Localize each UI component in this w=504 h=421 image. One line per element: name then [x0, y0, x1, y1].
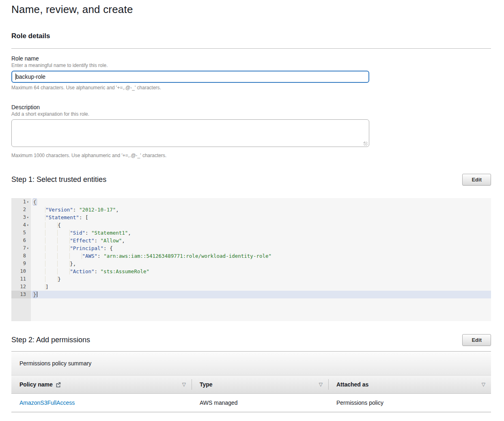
fold-caret-icon[interactable]: ▾ [26, 244, 30, 252]
step1-header-row: Step 1: Select trusted entities Edit [11, 174, 491, 186]
description-field-wrap [11, 119, 369, 149]
fold-caret-icon[interactable]: ▾ [26, 214, 30, 221]
description-hint: Add a short explanation for this role. [11, 111, 491, 117]
code-line-11[interactable]: 11 } [11, 275, 491, 283]
role-details-heading: Role details [11, 32, 491, 40]
description-label: Description [11, 104, 491, 110]
fold-caret-icon[interactable]: ▾ [26, 221, 30, 229]
code-text: { [31, 221, 61, 229]
code-line-2[interactable]: 2 "Version": "2012-10-17", [11, 206, 491, 214]
code-line-4[interactable]: 4▾ { [11, 221, 491, 229]
code-line-9[interactable]: 9 }, [11, 260, 491, 268]
step2-heading: Step 2: Add permissions [11, 336, 90, 344]
description-constraint: Maximum 1000 characters. Use alphanumeri… [11, 153, 491, 158]
code-line-5[interactable]: 5 "Sid": "Statement1", [11, 229, 491, 237]
step2-header-row: Step 2: Add permissions Edit [11, 334, 491, 346]
line-number: 12 [11, 283, 31, 291]
code-line-8[interactable]: 8 "AWS": "arn:aws:iam::541263489771:role… [11, 252, 491, 260]
resize-grip-icon[interactable] [364, 142, 368, 146]
code-text: { [31, 198, 37, 206]
code-text: "Statement": [ [31, 214, 88, 221]
role-name-label: Role name [11, 55, 491, 62]
role-name-field-wrap [11, 71, 369, 83]
text-cursor [15, 73, 16, 80]
permissions-summary-panel: Permissions policy summary Policy name ▽… [11, 352, 491, 412]
column-header-type[interactable]: Type ▽ [192, 376, 328, 393]
code-text: } [31, 291, 37, 298]
name-review-create-page: Name, review, and create Role details Ro… [0, 3, 504, 412]
code-text: } [31, 275, 61, 283]
code-text: "Action": "sts:AssumeRole" [31, 268, 149, 275]
role-name-hint: Enter a meaningful name to identify this… [11, 63, 491, 68]
sort-dropdown-icon[interactable]: ▽ [482, 382, 485, 387]
column-header-policy-name[interactable]: Policy name ▽ [11, 376, 192, 393]
code-text: }, [31, 260, 76, 268]
policy-link[interactable]: AmazonS3FullAccess [19, 399, 75, 406]
line-number: 5 [11, 229, 31, 237]
text-cursor [37, 291, 37, 297]
external-link-icon [56, 382, 61, 387]
step1-heading: Step 1: Select trusted entities [11, 175, 106, 184]
policy-json-editor[interactable]: 1▾{2 "Version": "2012-10-17",3▾ "Stateme… [11, 198, 491, 321]
permissions-panel-header: Permissions policy summary [11, 352, 491, 376]
line-number: 1▾ [11, 198, 31, 206]
role-name-input[interactable] [11, 71, 369, 83]
editor-code-lines: 1▾{2 "Version": "2012-10-17",3▾ "Stateme… [11, 198, 491, 298]
table-row: AmazonS3FullAccess AWS managed Permissio… [11, 394, 491, 412]
sort-dropdown-icon[interactable]: ▽ [319, 382, 323, 387]
section-divider [11, 48, 491, 49]
policy-name-cell: AmazonS3FullAccess [11, 394, 192, 412]
code-text: "Sid": "Statement1", [31, 229, 131, 237]
code-line-10[interactable]: 10 "Action": "sts:AssumeRole" [11, 268, 491, 275]
policy-table-header: Policy name ▽ Type ▽ Attached as ▽ [11, 376, 491, 394]
line-number: 8 [11, 252, 31, 260]
code-text: "Version": "2012-10-17", [31, 206, 119, 214]
line-number: 11 [11, 275, 31, 283]
description-textarea[interactable] [11, 119, 369, 147]
step1-edit-button[interactable]: Edit [462, 174, 491, 186]
line-number: 10 [11, 268, 31, 275]
fold-caret-icon[interactable]: ▾ [26, 198, 30, 206]
permissions-panel-title: Permissions policy summary [19, 360, 91, 367]
code-line-1[interactable]: 1▾{ [11, 198, 491, 206]
line-number: 4▾ [11, 221, 31, 229]
role-name-constraint: Maximum 64 characters. Use alphanumeric … [11, 85, 491, 91]
attached-as-cell: Permissions policy [328, 394, 491, 412]
sort-dropdown-icon[interactable]: ▽ [182, 382, 186, 387]
policy-type-cell: AWS managed [192, 394, 328, 412]
line-number: 3▾ [11, 214, 31, 221]
line-number: 6 [11, 237, 31, 244]
code-line-6[interactable]: 6 "Effect": "Allow", [11, 237, 491, 244]
code-line-3[interactable]: 3▾ "Statement": [ [11, 214, 491, 221]
code-text: "AWS": "arn:aws:iam::541263489771:role/w… [31, 252, 271, 260]
line-number: 2 [11, 206, 31, 214]
page-title: Name, review, and create [11, 3, 491, 16]
code-text: "Principal": { [31, 244, 113, 252]
column-header-attached-as[interactable]: Attached as ▽ [328, 376, 491, 393]
line-number: 7▾ [11, 244, 31, 252]
code-text: ] [31, 283, 49, 291]
code-line-13[interactable]: 13} [11, 291, 491, 298]
code-line-12[interactable]: 12 ] [11, 283, 491, 291]
code-text: "Effect": "Allow", [31, 237, 125, 244]
step2-edit-button[interactable]: Edit [462, 334, 491, 346]
line-number: 13 [11, 291, 31, 298]
code-line-7[interactable]: 7▾ "Principal": { [11, 244, 491, 252]
line-number: 9 [11, 260, 31, 268]
